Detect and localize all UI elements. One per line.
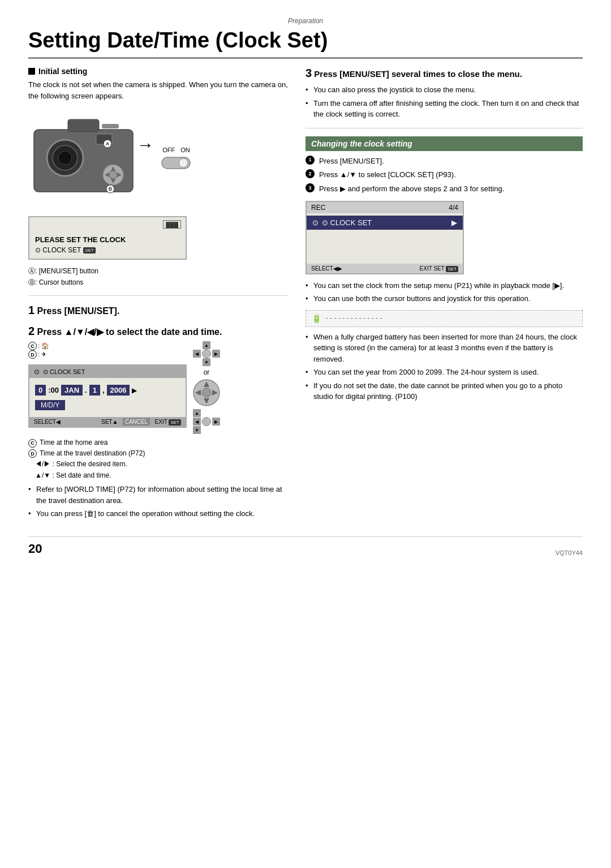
date-display: 0 :00 JAN . 1 , 2006 ▶ <box>35 385 180 396</box>
right-note-1: You can set the clock from the setup men… <box>306 280 583 291</box>
right-note-5: If you do not set the date, the date can… <box>306 380 583 402</box>
rec-menu: REC 4/4 ⊙ ⊙ CLOCK SET ▶ SELECT◀▶ EXIT SE… <box>306 201 464 274</box>
switch-svg <box>161 155 192 171</box>
clock-set-icon: ⊙ <box>312 218 319 227</box>
right-column: 3 Press [MENU/SET] several times to clos… <box>306 67 583 408</box>
clockset-area: C: 🏠 D: ✈ ⊙ ⊙ CLOCK SET 0 :00 JAN <box>28 341 289 434</box>
svg-rect-6 <box>102 124 119 128</box>
svg-point-24 <box>202 388 211 397</box>
doc-code: VQT0Y44 <box>556 549 583 556</box>
page-number: 20 <box>28 542 42 556</box>
svg-rect-1 <box>68 119 99 132</box>
left-column: Initial setting The clock is not set whe… <box>28 67 289 525</box>
black-square-icon <box>28 68 35 75</box>
rec-item-empty-1 <box>307 230 463 246</box>
note-box: 🔋 - - - - - - - - - - - - - - <box>306 310 583 327</box>
set-badge: SET <box>83 247 96 253</box>
clockset-footer: SELECT◀ SET▲ CANCEL EXIT SET <box>29 417 186 427</box>
dpad-diagram <box>192 379 221 407</box>
clockset-ui: ⊙ ⊙ CLOCK SET 0 :00 JAN . 1 , 200 <box>28 364 187 428</box>
step2-bullet-1: Refer to [WORLD TIME] (P72) for informat… <box>28 484 289 506</box>
arrow-icon: → <box>137 135 154 154</box>
instruction-1: 1 Press [MENU/SET]. <box>306 156 583 167</box>
rec-footer: SELECT◀▶ EXIT SET SET <box>307 264 463 273</box>
rec-item-clock: ⊙ ⊙ CLOCK SET ▶ <box>307 216 463 230</box>
svg-text:B: B <box>109 186 113 192</box>
lcd-sub-text: ⊙ CLOCK SET SET <box>35 246 180 254</box>
step3-header: 3 Press [MENU/SET] several times to clos… <box>306 67 583 80</box>
cancel-btn: CANCEL <box>123 418 150 426</box>
rec-header: REC 4/4 <box>307 202 463 213</box>
or-text: or <box>204 368 210 376</box>
right-notes: You can set the clock from the setup men… <box>306 280 583 304</box>
label-a: Ⓐ: [MENU/SET] button <box>28 267 289 276</box>
step3-text: Press [MENU/SET] several times to close … <box>314 69 522 79</box>
battery-note-icon: 🔋 <box>312 314 321 323</box>
step3-bullets: You can also press the joystick to close… <box>306 84 583 120</box>
step2-bullet-2: You can press [🗑] to cancel the operatio… <box>28 508 289 519</box>
content-row: Initial setting The clock is not set whe… <box>28 67 583 525</box>
step2-bullets: Refer to [WORLD TIME] (P72) for informat… <box>28 484 289 519</box>
step3-bullet-2: Turn the camera off after finishing sett… <box>306 98 583 120</box>
instruction-3: 3 Press ▶ and perform the above steps 2 … <box>306 183 583 195</box>
step2-text: Press ▲/▼/◀/▶ to select the date and tim… <box>37 327 222 337</box>
svg-point-12 <box>109 171 117 179</box>
mdy-label: M/D/Y <box>35 400 65 410</box>
clockset-body: 0 :00 JAN . 1 , 2006 ▶ M/D/Y <box>29 378 186 417</box>
step1-header: 1 Press [MENU/SET]. <box>28 304 289 317</box>
right-note-2: You can use both the cursor buttons and … <box>306 293 583 304</box>
step1-text: Press [MENU/SET]. <box>37 306 120 316</box>
clock-icon: ⊙ <box>34 368 40 376</box>
right-notes-2: When a fully charged battery has been in… <box>306 332 583 402</box>
svg-text:A: A <box>106 141 110 147</box>
clockset-header: ⊙ ⊙ CLOCK SET <box>29 366 186 378</box>
switch-diagram: OFF ON <box>161 147 192 171</box>
lcd-main-text: PLEASE SET THE CLOCK <box>35 235 180 244</box>
battery-indicator: ▓▓▓ <box>163 220 181 229</box>
section-label: Preparation <box>28 17 583 25</box>
right-note-4: You can set the year from 2000 to 2099. … <box>306 367 583 378</box>
step3-bullet-1: You can also press the joystick to close… <box>306 84 583 96</box>
label-b: Ⓑ: Cursor buttons <box>28 278 289 287</box>
instruction-2: 2 Press ▲/▼ to select [CLOCK SET] (P93). <box>306 169 583 181</box>
initial-setting-body: The clock is not set when the camera is … <box>28 79 289 101</box>
page: Preparation Setting Date/Time (Clock Set… <box>0 0 611 868</box>
changing-clock-heading: Changing the clock setting <box>306 136 583 151</box>
page-title: Setting Date/Time (Clock Set) <box>28 28 583 59</box>
joystick-arrows: ▲ ◀ ▶ ▼ or <box>192 341 221 434</box>
lcd-screen: ▓▓▓ PLEASE SET THE CLOCK ⊙ CLOCK SET SET <box>28 216 187 260</box>
page-footer: 20 VQT0Y44 <box>28 536 583 556</box>
step2-header: 2 Press ▲/▼/◀/▶ to select the date and t… <box>28 325 289 338</box>
camera-svg: A B <box>28 107 141 209</box>
svg-point-18 <box>179 158 188 167</box>
initial-setting-heading: Initial setting <box>28 67 289 76</box>
step2-labels: C Time at the home area D Time at the tr… <box>28 439 289 480</box>
svg-point-4 <box>58 151 72 165</box>
rec-item-empty-2 <box>307 246 463 261</box>
camera-illustration: A B → <box>28 107 141 210</box>
right-note-3: When a fully charged battery has been in… <box>306 332 583 365</box>
clockset-icons: C: 🏠 D: ✈ <box>28 342 187 359</box>
rec-body: ⊙ ⊙ CLOCK SET ▶ <box>307 213 463 264</box>
